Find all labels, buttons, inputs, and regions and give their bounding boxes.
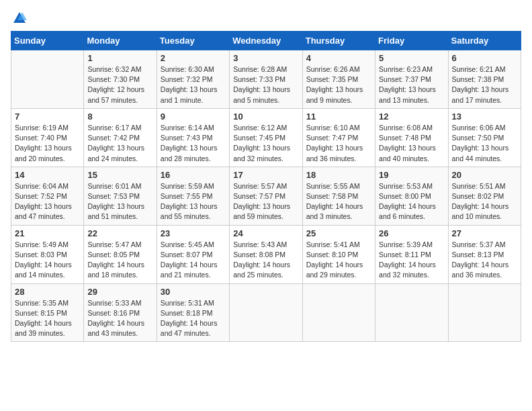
day-info: Sunrise: 6:14 AMSunset: 7:43 PMDaylight:… <box>161 123 226 164</box>
day-number: 7 <box>15 111 80 122</box>
day-number: 15 <box>87 170 152 180</box>
calendar-cell <box>448 283 521 342</box>
day-number: 22 <box>87 228 152 238</box>
logo-icon <box>12 11 27 26</box>
day-info: Sunrise: 6:04 AMSunset: 7:52 PMDaylight:… <box>15 181 80 222</box>
calendar-cell: 12Sunrise: 6:08 AMSunset: 7:48 PMDayligh… <box>375 108 448 167</box>
day-info: Sunrise: 5:59 AMSunset: 7:55 PMDaylight:… <box>161 181 226 222</box>
day-info: Sunrise: 6:30 AMSunset: 7:32 PMDaylight:… <box>161 64 226 105</box>
day-header-wednesday: Wednesday <box>230 32 302 50</box>
day-number: 2 <box>161 53 226 63</box>
day-number: 26 <box>379 228 444 238</box>
day-header-sunday: Sunday <box>11 32 84 50</box>
day-number: 29 <box>87 287 152 297</box>
calendar-cell: 9Sunrise: 6:14 AMSunset: 7:43 PMDaylight… <box>157 108 229 167</box>
day-info: Sunrise: 5:35 AMSunset: 8:15 PMDaylight:… <box>15 298 80 339</box>
day-info: Sunrise: 6:01 AMSunset: 7:53 PMDaylight:… <box>87 181 152 222</box>
calendar-cell <box>375 283 448 342</box>
calendar-cell: 10Sunrise: 6:12 AMSunset: 7:45 PMDayligh… <box>230 108 302 167</box>
calendar-cell: 27Sunrise: 5:37 AMSunset: 8:13 PMDayligh… <box>448 225 521 283</box>
day-number: 1 <box>87 53 152 63</box>
day-info: Sunrise: 5:33 AMSunset: 8:16 PMDaylight:… <box>87 298 152 339</box>
calendar-cell: 3Sunrise: 6:28 AMSunset: 7:33 PMDaylight… <box>230 50 302 109</box>
calendar-cell: 4Sunrise: 6:26 AMSunset: 7:35 PMDaylight… <box>302 50 375 109</box>
calendar-week-row: 7Sunrise: 6:19 AMSunset: 7:40 PMDaylight… <box>11 108 521 167</box>
calendar-cell: 1Sunrise: 6:32 AMSunset: 7:30 PMDaylight… <box>84 50 157 109</box>
day-info: Sunrise: 5:43 AMSunset: 8:08 PMDaylight:… <box>233 240 298 281</box>
calendar-header-row: SundayMondayTuesdayWednesdayThursdayFrid… <box>11 32 521 50</box>
calendar-cell: 24Sunrise: 5:43 AMSunset: 8:08 PMDayligh… <box>230 225 302 283</box>
day-number: 21 <box>15 228 80 238</box>
calendar-cell: 11Sunrise: 6:10 AMSunset: 7:47 PMDayligh… <box>302 108 375 167</box>
day-info: Sunrise: 6:19 AMSunset: 7:40 PMDaylight:… <box>15 123 80 164</box>
day-info: Sunrise: 6:17 AMSunset: 7:42 PMDaylight:… <box>87 123 152 164</box>
day-number: 19 <box>379 170 444 180</box>
day-info: Sunrise: 5:37 AMSunset: 8:13 PMDaylight:… <box>452 240 517 281</box>
day-info: Sunrise: 6:10 AMSunset: 7:47 PMDaylight:… <box>306 123 371 164</box>
calendar-week-row: 28Sunrise: 5:35 AMSunset: 8:15 PMDayligh… <box>11 283 521 342</box>
day-info: Sunrise: 5:39 AMSunset: 8:11 PMDaylight:… <box>379 240 444 281</box>
day-info: Sunrise: 6:08 AMSunset: 7:48 PMDaylight:… <box>379 123 444 164</box>
day-info: Sunrise: 6:23 AMSunset: 7:37 PMDaylight:… <box>379 64 444 105</box>
calendar-cell: 14Sunrise: 6:04 AMSunset: 7:52 PMDayligh… <box>11 167 84 225</box>
day-number: 20 <box>452 170 517 180</box>
calendar-cell: 13Sunrise: 6:06 AMSunset: 7:50 PMDayligh… <box>448 108 521 167</box>
calendar-cell: 22Sunrise: 5:47 AMSunset: 8:05 PMDayligh… <box>84 225 157 283</box>
calendar-cell: 26Sunrise: 5:39 AMSunset: 8:11 PMDayligh… <box>375 225 448 283</box>
day-info: Sunrise: 5:47 AMSunset: 8:05 PMDaylight:… <box>87 240 152 281</box>
day-number: 8 <box>87 111 152 122</box>
calendar-table: SundayMondayTuesdayWednesdayThursdayFrid… <box>11 31 521 342</box>
day-header-friday: Friday <box>375 32 448 50</box>
day-info: Sunrise: 6:26 AMSunset: 7:35 PMDaylight:… <box>306 64 371 105</box>
day-number: 16 <box>161 170 226 180</box>
day-number: 6 <box>452 53 517 63</box>
calendar-cell <box>230 283 302 342</box>
day-header-tuesday: Tuesday <box>157 32 229 50</box>
logo <box>11 11 27 26</box>
calendar-cell: 28Sunrise: 5:35 AMSunset: 8:15 PMDayligh… <box>11 283 84 342</box>
calendar-cell: 25Sunrise: 5:41 AMSunset: 8:10 PMDayligh… <box>302 225 375 283</box>
day-number: 30 <box>161 287 226 297</box>
calendar-week-row: 1Sunrise: 6:32 AMSunset: 7:30 PMDaylight… <box>11 50 521 109</box>
day-header-monday: Monday <box>84 32 157 50</box>
calendar-cell: 5Sunrise: 6:23 AMSunset: 7:37 PMDaylight… <box>375 50 448 109</box>
calendar-cell: 16Sunrise: 5:59 AMSunset: 7:55 PMDayligh… <box>157 167 229 225</box>
calendar-cell: 2Sunrise: 6:30 AMSunset: 7:32 PMDaylight… <box>157 50 229 109</box>
calendar-cell: 23Sunrise: 5:45 AMSunset: 8:07 PMDayligh… <box>157 225 229 283</box>
day-number: 4 <box>306 53 371 63</box>
day-number: 17 <box>233 170 298 180</box>
day-number: 3 <box>233 53 298 63</box>
calendar-cell: 6Sunrise: 6:21 AMSunset: 7:38 PMDaylight… <box>448 50 521 109</box>
day-number: 24 <box>233 228 298 238</box>
calendar-cell: 18Sunrise: 5:55 AMSunset: 7:58 PMDayligh… <box>302 167 375 225</box>
calendar-week-row: 21Sunrise: 5:49 AMSunset: 8:03 PMDayligh… <box>11 225 521 283</box>
day-info: Sunrise: 6:21 AMSunset: 7:38 PMDaylight:… <box>452 64 517 105</box>
day-number: 5 <box>379 53 444 63</box>
calendar-cell: 21Sunrise: 5:49 AMSunset: 8:03 PMDayligh… <box>11 225 84 283</box>
day-info: Sunrise: 5:41 AMSunset: 8:10 PMDaylight:… <box>306 240 371 281</box>
day-info: Sunrise: 6:32 AMSunset: 7:30 PMDaylight:… <box>87 64 152 105</box>
calendar-cell: 30Sunrise: 5:31 AMSunset: 8:18 PMDayligh… <box>157 283 229 342</box>
day-info: Sunrise: 5:31 AMSunset: 8:18 PMDaylight:… <box>161 298 226 339</box>
day-number: 27 <box>452 228 517 238</box>
calendar-week-row: 14Sunrise: 6:04 AMSunset: 7:52 PMDayligh… <box>11 167 521 225</box>
day-info: Sunrise: 5:53 AMSunset: 8:00 PMDaylight:… <box>379 181 444 222</box>
calendar-cell <box>302 283 375 342</box>
day-header-thursday: Thursday <box>302 32 375 50</box>
day-number: 10 <box>233 111 298 122</box>
day-info: Sunrise: 6:06 AMSunset: 7:50 PMDaylight:… <box>452 123 517 164</box>
day-header-saturday: Saturday <box>448 32 521 50</box>
calendar-cell: 29Sunrise: 5:33 AMSunset: 8:16 PMDayligh… <box>84 283 157 342</box>
calendar-cell: 20Sunrise: 5:51 AMSunset: 8:02 PMDayligh… <box>448 167 521 225</box>
day-info: Sunrise: 5:57 AMSunset: 7:57 PMDaylight:… <box>233 181 298 222</box>
day-info: Sunrise: 6:12 AMSunset: 7:45 PMDaylight:… <box>233 123 298 164</box>
day-number: 13 <box>452 111 517 122</box>
day-number: 23 <box>161 228 226 238</box>
page-header <box>11 11 521 26</box>
day-number: 11 <box>306 111 371 122</box>
calendar-cell: 8Sunrise: 6:17 AMSunset: 7:42 PMDaylight… <box>84 108 157 167</box>
calendar-cell: 15Sunrise: 6:01 AMSunset: 7:53 PMDayligh… <box>84 167 157 225</box>
day-number: 9 <box>161 111 226 122</box>
day-info: Sunrise: 5:55 AMSunset: 7:58 PMDaylight:… <box>306 181 371 222</box>
day-info: Sunrise: 5:45 AMSunset: 8:07 PMDaylight:… <box>161 240 226 281</box>
